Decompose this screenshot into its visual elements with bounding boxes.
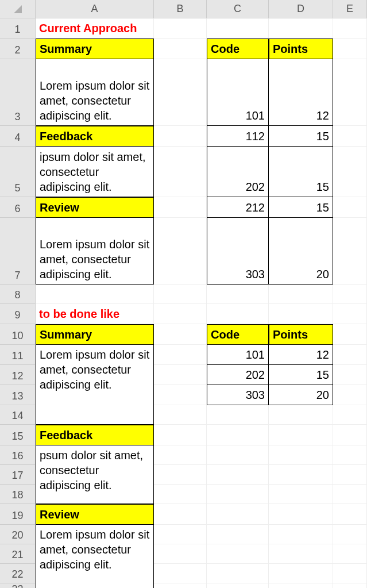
row-header-3[interactable]: 3 (0, 59, 36, 126)
cell-A19[interactable]: Review (36, 504, 154, 525)
cell-C2[interactable]: Code (207, 39, 269, 59)
cell-D11[interactable]: 12 (269, 345, 333, 365)
cell-C15[interactable] (207, 425, 269, 445)
cell-E14[interactable] (333, 405, 367, 425)
cell-B20[interactable] (154, 525, 207, 544)
cell-B1[interactable] (154, 18, 207, 39)
cell-A1[interactable]: Current Approach (36, 18, 154, 39)
cell-E7[interactable] (333, 218, 367, 285)
cell-C13[interactable]: 303 (207, 385, 269, 405)
cell-B13[interactable] (154, 385, 207, 405)
cell-E15[interactable] (333, 425, 367, 445)
cell-B21[interactable] (154, 544, 207, 564)
row-header-12[interactable]: 12 (0, 365, 36, 385)
cell-B23[interactable] (154, 583, 207, 588)
cell-D23[interactable] (269, 583, 333, 588)
row-header-2[interactable]: 2 (0, 39, 36, 59)
cell-A10[interactable]: Summary (36, 324, 154, 345)
cell-D4[interactable]: 15 (269, 126, 333, 147)
cell-A7[interactable]: Lorem ipsum dolor sit amet, consectetur … (36, 218, 154, 285)
cell-E22[interactable] (333, 564, 367, 583)
row-header-6[interactable]: 6 (0, 197, 36, 218)
cell-A5[interactable]: ipsum dolor sit amet, consectetur adipis… (36, 147, 154, 197)
row-header-11[interactable]: 11 (0, 345, 36, 365)
cell-E8[interactable] (333, 285, 367, 304)
row-header-15[interactable]: 15 (0, 425, 36, 445)
row-header-9[interactable]: 9 (0, 304, 36, 324)
cell-C7[interactable]: 303 (207, 218, 269, 285)
cell-C3[interactable]: 101 (207, 59, 269, 126)
cell-B18[interactable] (154, 485, 207, 504)
cell-C5[interactable]: 202 (207, 147, 269, 197)
cell-D14[interactable] (269, 405, 333, 425)
cell-E2[interactable] (333, 39, 367, 59)
cell-D8[interactable] (269, 285, 333, 304)
col-header-D[interactable]: D (269, 0, 333, 18)
row-header-20[interactable]: 20 (0, 525, 36, 544)
cell-D22[interactable] (269, 564, 333, 583)
row-header-16[interactable]: 16 (0, 445, 36, 465)
cell-A16-merged[interactable]: psum dolor sit amet, consectetur adipisc… (36, 445, 154, 504)
spreadsheet-grid[interactable]: A B C D E 1 Current Approach 2 Summary C… (0, 0, 367, 588)
cell-D18[interactable] (269, 485, 333, 504)
cell-D3[interactable]: 12 (269, 59, 333, 126)
cell-C1[interactable] (207, 18, 269, 39)
cell-E17[interactable] (333, 465, 367, 485)
cell-B14[interactable] (154, 405, 207, 425)
col-header-E[interactable]: E (333, 0, 367, 18)
cell-E9[interactable] (333, 304, 367, 324)
cell-D7[interactable]: 20 (269, 218, 333, 285)
cell-A4[interactable]: Feedback (36, 126, 154, 147)
cell-C8[interactable] (207, 285, 269, 304)
row-header-19[interactable]: 19 (0, 504, 36, 525)
cell-B7[interactable] (154, 218, 207, 285)
cell-C16[interactable] (207, 445, 269, 465)
cell-D9[interactable] (269, 304, 333, 324)
cell-E6[interactable] (333, 197, 367, 218)
cell-C12[interactable]: 202 (207, 365, 269, 385)
cell-E4[interactable] (333, 126, 367, 147)
cell-C23[interactable] (207, 583, 269, 588)
col-header-A[interactable]: A (36, 0, 154, 18)
cell-C6[interactable]: 212 (207, 197, 269, 218)
cell-E18[interactable] (333, 485, 367, 504)
cell-D12[interactable]: 15 (269, 365, 333, 385)
col-header-B[interactable]: B (154, 0, 207, 18)
cell-C11[interactable]: 101 (207, 345, 269, 365)
row-header-5[interactable]: 5 (0, 147, 36, 197)
cell-C9[interactable] (207, 304, 269, 324)
row-header-13[interactable]: 13 (0, 385, 36, 405)
cell-E23[interactable] (333, 583, 367, 588)
cell-D13[interactable]: 20 (269, 385, 333, 405)
cell-B10[interactable] (154, 324, 207, 345)
row-header-1[interactable]: 1 (0, 18, 36, 39)
cell-A9[interactable]: to be done like (36, 304, 154, 324)
cell-E3[interactable] (333, 59, 367, 126)
cell-A15[interactable]: Feedback (36, 425, 154, 445)
cell-C4[interactable]: 112 (207, 126, 269, 147)
cell-A8[interactable] (36, 285, 154, 304)
col-header-C[interactable]: C (207, 0, 269, 18)
cell-C21[interactable] (207, 544, 269, 564)
cell-B15[interactable] (154, 425, 207, 445)
cell-B5[interactable] (154, 147, 207, 197)
cell-B4[interactable] (154, 126, 207, 147)
cell-B9[interactable] (154, 304, 207, 324)
cell-E5[interactable] (333, 147, 367, 197)
row-header-17[interactable]: 17 (0, 465, 36, 485)
cell-E13[interactable] (333, 385, 367, 405)
row-header-23[interactable]: 23 (0, 583, 36, 588)
cell-E19[interactable] (333, 504, 367, 525)
select-all-corner[interactable] (0, 0, 36, 18)
row-header-21[interactable]: 21 (0, 544, 36, 564)
cell-B19[interactable] (154, 504, 207, 525)
cell-C22[interactable] (207, 564, 269, 583)
cell-D5[interactable]: 15 (269, 147, 333, 197)
cell-B3[interactable] (154, 59, 207, 126)
cell-C10[interactable]: Code (207, 324, 269, 345)
cell-E1[interactable] (333, 18, 367, 39)
row-header-10[interactable]: 10 (0, 324, 36, 345)
cell-D17[interactable] (269, 465, 333, 485)
cell-E20[interactable] (333, 525, 367, 544)
cell-E10[interactable] (333, 324, 367, 345)
